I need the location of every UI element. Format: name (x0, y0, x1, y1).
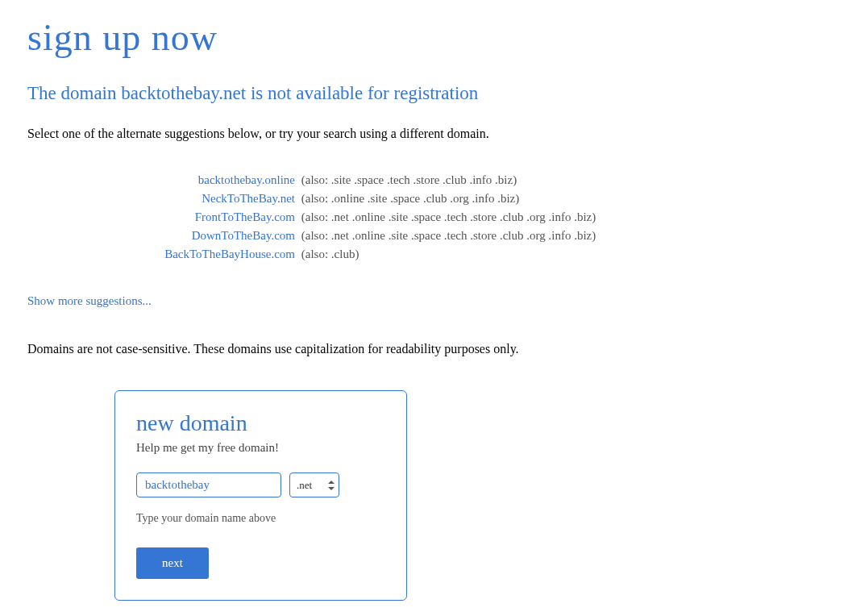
suggestion-domain-link[interactable]: BackToTheBayHouse.com (27, 248, 298, 261)
suggestion-also-text: (also: .net .online .site .space .tech .… (301, 229, 596, 243)
suggestion-row: DownToTheBay.com (also: .net .online .si… (27, 229, 829, 243)
suggestions-list: backtothebay.online (also: .site .space … (27, 173, 829, 261)
form-subtitle: Help me get my free domain! (136, 441, 385, 455)
form-title: new domain (136, 410, 385, 436)
case-sensitivity-note: Domains are not case-sensitive. These do… (27, 342, 829, 356)
suggestion-row: backtothebay.online (also: .site .space … (27, 173, 829, 187)
suggestion-domain-link[interactable]: backtothebay.online (27, 173, 298, 187)
instruction-text: Select one of the alternate suggestions … (27, 127, 829, 141)
suggestion-also-text: (also: .site .space .tech .store .club .… (301, 173, 517, 187)
suggestion-row: BackToTheBayHouse.com (also: .club) (27, 248, 829, 261)
show-more-link[interactable]: Show more suggestions... (27, 294, 152, 308)
next-button[interactable]: next (136, 547, 209, 579)
suggestion-row: NeckToTheBay.net (also: .online .site .s… (27, 192, 829, 206)
tld-select[interactable]: .net (289, 472, 339, 497)
suggestion-row: FrontToTheBay.com (also: .net .online .s… (27, 210, 829, 224)
page-title: sign up now (27, 16, 829, 59)
availability-subtitle: The domain backtothebay.net is not avail… (27, 83, 829, 104)
suggestion-also-text: (also: .online .site .space .club .org .… (301, 192, 520, 206)
form-hint: Type your domain name above (136, 512, 385, 525)
suggestion-domain-link[interactable]: FrontToTheBay.com (27, 210, 298, 224)
suggestion-domain-link[interactable]: NeckToTheBay.net (27, 192, 298, 206)
suggestion-also-text: (also: .club) (301, 248, 359, 261)
domain-input[interactable] (136, 472, 281, 497)
input-row: .net (136, 472, 385, 497)
new-domain-form: new domain Help me get my free domain! .… (114, 390, 407, 601)
suggestion-also-text: (also: .net .online .site .space .tech .… (301, 210, 596, 224)
suggestion-domain-link[interactable]: DownToTheBay.com (27, 229, 298, 243)
